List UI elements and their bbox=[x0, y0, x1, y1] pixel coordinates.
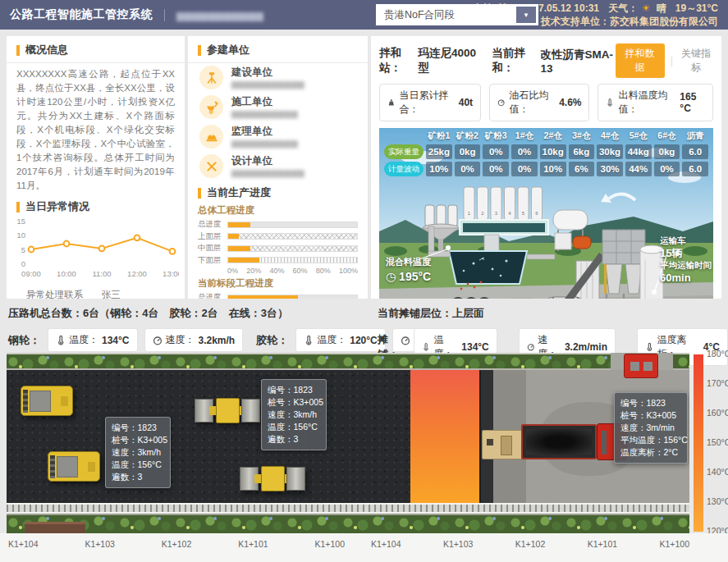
mix-table-column-header: 矿粉1 bbox=[426, 130, 452, 142]
contract-section-select[interactable]: 贵港NoF合同段 ▼ bbox=[376, 4, 538, 25]
progress-bar-row: 下面层 bbox=[198, 255, 358, 266]
progress-bar-row: 总进度 bbox=[198, 219, 358, 230]
progress-bar-label: 下面层 bbox=[198, 255, 227, 266]
layer-value: 上层面 bbox=[452, 307, 484, 319]
abnormal-chart-wrap: 05101509:0010:0011:0012:0013:00 bbox=[7, 217, 185, 286]
mix-table-column-header: 矿粉2 bbox=[455, 130, 481, 142]
temp-range: 19～31°C bbox=[675, 2, 718, 14]
section-accent-bar bbox=[198, 45, 201, 56]
mix-table-row-label: 实际重量 bbox=[384, 144, 424, 159]
station-label: K1+100 bbox=[660, 539, 690, 549]
progress-bar-label: 中面层 bbox=[198, 243, 227, 254]
tandem-roller[interactable] bbox=[240, 466, 305, 491]
temp-scale-label: 180°C bbox=[707, 349, 728, 359]
mix-table-cell: 30kg bbox=[597, 144, 623, 159]
weather-label: 天气： bbox=[608, 2, 638, 14]
station-stats-row: 当日累计拌合：40t 油石比均值：4.6% 出料温度均值：165 °C bbox=[371, 84, 721, 128]
station-name-label: 拌和站： bbox=[379, 46, 418, 75]
roller-cab bbox=[261, 466, 285, 491]
temperature-scale-labels: 180°C170°C160°C150°C140°C130°C120°C bbox=[707, 349, 728, 536]
mix-temp-value-text: 195°C bbox=[399, 270, 431, 283]
tooltip-row: 遍数：3 bbox=[112, 471, 164, 483]
mix-table-cell: 6.0 bbox=[682, 162, 708, 176]
tooltip-row: 桩号：K3+005 bbox=[112, 434, 164, 446]
tooltip-value: 156°C bbox=[664, 434, 688, 446]
hard-hat-icon bbox=[199, 125, 223, 148]
stat-value: 40t bbox=[459, 97, 473, 108]
svg-text:13:00: 13:00 bbox=[163, 269, 179, 278]
tooltip-value: 3 bbox=[138, 471, 143, 483]
station-label: K1+103 bbox=[85, 539, 115, 549]
abnormal-title: 当日异常情况 bbox=[25, 199, 89, 214]
progress-title: 当前生产进度 bbox=[207, 185, 271, 200]
tooltip-label: 遍数： bbox=[112, 471, 138, 483]
top-header: 公路工程智能施工管控系统 ▆▆▆▆▆▆▆▆▆▆▆ 贵港NoF合同段 ▼ 当前时间… bbox=[0, 0, 728, 30]
app-title: 公路工程智能施工管控系统 bbox=[10, 7, 153, 22]
paving-road-view: 编号：1823桩号：K3+005速度：3km/h温度：156°C遍数：3 编号：… bbox=[7, 353, 689, 533]
mix-table-cell: 0% bbox=[483, 162, 509, 176]
paver-hopper bbox=[487, 439, 493, 445]
thermometer-icon bbox=[606, 98, 614, 107]
roller-total-label: 压路机总台数： bbox=[8, 307, 83, 319]
weight-icon bbox=[387, 98, 396, 107]
tooltip-label: 桩号： bbox=[268, 396, 294, 409]
mix-data-table: 矿粉1矿粉2矿粉31#仓2#仓3#仓4#仓5#仓6#仓沥青实际重量25kg0kg… bbox=[384, 130, 708, 176]
progress-bar-label: 总进度 bbox=[198, 292, 227, 299]
parked-red-vehicle bbox=[624, 354, 658, 378]
tooltip-label: 温度： bbox=[112, 459, 138, 471]
layer-summary: 当前摊铺层位：上层面 bbox=[378, 306, 728, 321]
trucks-value: 15辆 bbox=[660, 247, 712, 259]
steel-temp-chip: 温度：134°C bbox=[48, 328, 138, 352]
unit-item-supervision: 监理单位 ▆▆▆▆▆▆▆▆▆▆ bbox=[188, 122, 368, 152]
title-divider bbox=[164, 9, 165, 21]
unit-label: 设计单位 bbox=[231, 155, 304, 167]
tooltip-label: 编号： bbox=[620, 397, 647, 409]
station-label: K1+102 bbox=[162, 539, 192, 549]
transport-annotation: 运输车 15辆 平均运输时间 60min bbox=[660, 235, 712, 284]
unit-label: 监理单位 bbox=[231, 126, 298, 138]
transport-time-value: 60min bbox=[660, 272, 712, 284]
tooltip-value: 156°C bbox=[294, 421, 318, 433]
mix-table-cell: 44% bbox=[625, 162, 652, 176]
axis-tick: 0% bbox=[227, 267, 238, 275]
key-indicators-tab-button[interactable]: 关键指标 bbox=[679, 47, 713, 75]
unit-company-blurred: ▆▆▆▆▆▆▆▆▆▆▆ bbox=[231, 79, 304, 89]
mix-data-tab-button[interactable]: 拌和数据 bbox=[616, 43, 665, 78]
roller-cab bbox=[216, 398, 240, 423]
station-label: K1+103 bbox=[443, 539, 474, 549]
weather-value: 晴 bbox=[656, 2, 666, 14]
tandem-roller[interactable] bbox=[195, 398, 260, 423]
chip-value: 120°C bbox=[350, 335, 378, 346]
overview-text: XXXXXXXX高速公路，起点位于XX县，终点位于XX县，全长XX公里，设计时速… bbox=[7, 63, 185, 194]
tooltip-value: 1823 bbox=[647, 397, 666, 409]
guardrail bbox=[7, 503, 689, 514]
roller-tooltip: 编号：1823桩号：K3+005速度：3km/h温度：156°C遍数：3 bbox=[105, 417, 171, 488]
mix-table-column-header: 2#仓 bbox=[540, 130, 566, 142]
tooltip-row: 速度：3km/h bbox=[268, 409, 320, 421]
progress-group-title: 当前标段工程进度 bbox=[198, 277, 358, 290]
roller-drum bbox=[286, 467, 305, 491]
mix-table-column-header: 沥青 bbox=[682, 130, 708, 142]
chip-value: 3.2m/min bbox=[565, 341, 607, 353]
mix-table-cell: 6kg bbox=[569, 144, 595, 159]
dump-truck-bed bbox=[521, 424, 597, 459]
roller-nose bbox=[61, 396, 68, 406]
tooltip-label: 速度： bbox=[268, 409, 294, 421]
temp-scale-label: 150°C bbox=[707, 437, 728, 447]
stat-label: 油石比均值： bbox=[509, 89, 555, 117]
pneumatic-roller[interactable] bbox=[48, 451, 100, 482]
progress-section-header: 当前生产进度 bbox=[188, 181, 368, 202]
mix-table-cell: 0kg bbox=[455, 144, 481, 159]
progress-bar-track bbox=[227, 233, 358, 240]
tooltip-label: 遍数： bbox=[268, 433, 294, 445]
axis-tick: 40% bbox=[269, 267, 284, 275]
svg-text:12:00: 12:00 bbox=[127, 269, 147, 278]
paving-info-bar: 压路机总台数：6台（钢轮：4台 胶轮：2台 在线：3台） 钢轮： 温度：134°… bbox=[0, 302, 728, 351]
tooltip-label: 温度离析： bbox=[620, 446, 664, 459]
svg-text:0: 0 bbox=[21, 259, 25, 268]
pneumatic-roller[interactable] bbox=[21, 386, 73, 416]
construction-cart-icon bbox=[199, 95, 223, 119]
unit-company-blurred: ▆▆▆▆▆▆▆▆▆▆ bbox=[231, 138, 298, 148]
chip-value: 134°C bbox=[461, 341, 489, 353]
unit-company-blurred: ▆▆▆▆▆▆▆▆▆▆▆ bbox=[231, 167, 304, 177]
